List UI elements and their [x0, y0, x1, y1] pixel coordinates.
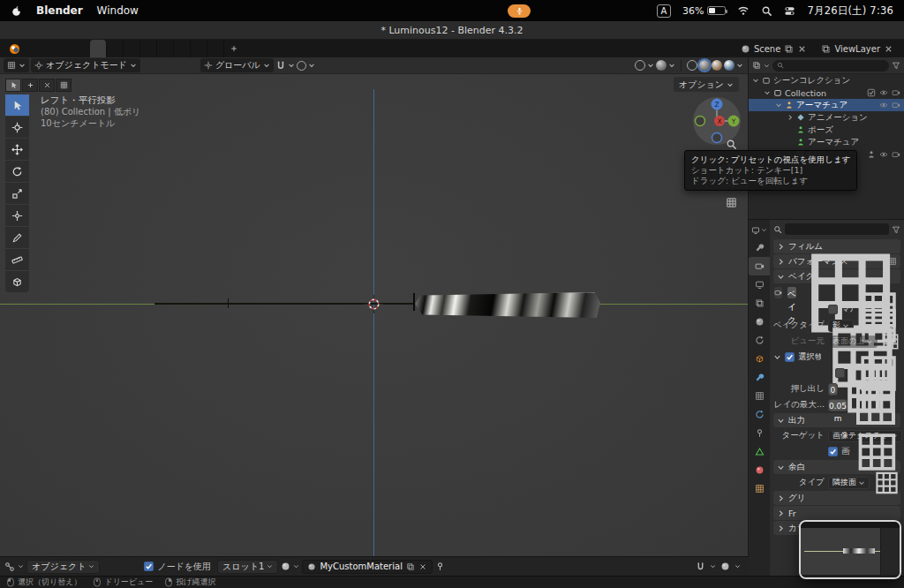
duplicate-material-icon[interactable] — [406, 562, 415, 571]
checkbox[interactable] — [828, 447, 838, 456]
properties-tab[interactable] — [749, 479, 770, 498]
expand-icon[interactable] — [787, 114, 794, 121]
editor-type-icon[interactable] — [752, 61, 761, 70]
action-button[interactable]: ベイク — [787, 286, 797, 299]
wifi-icon[interactable] — [737, 4, 750, 17]
menubar-status-icon[interactable] — [611, 5, 622, 17]
properties-tab[interactable] — [749, 238, 770, 257]
cam-icon[interactable] — [892, 88, 900, 97]
scene-selector[interactable]: Scene — [734, 40, 815, 57]
outliner-row[interactable]: アーマチュア — [749, 99, 904, 111]
workspace-tab[interactable] — [191, 40, 207, 57]
toolbar-tool[interactable] — [5, 161, 29, 182]
toolbar-tool[interactable] — [5, 205, 29, 226]
use-nodes-checkbox[interactable]: ノードを使用 — [140, 561, 215, 573]
toggle-ortho-icon[interactable] — [726, 197, 737, 208]
topbar-menu-item[interactable] — [72, 40, 85, 57]
topbar-menu-item[interactable] — [60, 40, 72, 57]
chevron-icon[interactable] — [777, 417, 785, 425]
outliner-row[interactable]: シーンコレクション — [749, 74, 904, 87]
properties-tab[interactable] — [749, 368, 770, 387]
shading-solid-button[interactable] — [699, 60, 710, 71]
chevron-icon[interactable] — [777, 494, 785, 502]
window-titlebar[interactable]: * Luminous12 - Blender 4.3.2 — [0, 21, 904, 40]
property-dropdown[interactable]: 表面の上 — [828, 335, 878, 348]
topbar-menu-item[interactable] — [23, 40, 35, 57]
menubar-status-icon[interactable] — [542, 5, 554, 17]
chevron-icon[interactable] — [777, 273, 785, 281]
properties-tab[interactable] — [749, 424, 770, 442]
menubar-menu-window[interactable]: Window — [97, 4, 139, 17]
chevron-down-icon[interactable] — [293, 563, 299, 569]
chevron-icon[interactable] — [773, 353, 781, 361]
outliner-row[interactable]: アーマチュア — [749, 136, 904, 148]
outliner-row[interactable]: Collection — [749, 87, 904, 99]
topbar-menu-item[interactable] — [35, 40, 48, 57]
editor-type-icon[interactable] — [4, 562, 15, 572]
property-dropdown[interactable]: 隣接面 — [828, 477, 870, 489]
editor-type-selector[interactable] — [749, 222, 770, 238]
zoom-icon[interactable] — [726, 139, 737, 150]
properties-tab[interactable] — [749, 461, 770, 479]
workspace-tab[interactable] — [207, 40, 224, 57]
property-value-field[interactable]: 0.05 m — [828, 399, 848, 411]
screen-recording-preview[interactable] — [799, 520, 901, 579]
toolbar-tool[interactable] — [5, 94, 29, 116]
cam-icon[interactable] — [892, 150, 900, 159]
workspace-tab[interactable] — [174, 40, 191, 57]
properties-tab[interactable] — [749, 275, 770, 294]
checkbox[interactable] — [785, 352, 795, 362]
input-source-indicator[interactable]: A — [657, 4, 671, 18]
spotlight-search-icon[interactable] — [761, 5, 772, 17]
properties-tab[interactable] — [749, 313, 770, 331]
expand-icon[interactable] — [764, 89, 771, 96]
properties-tab[interactable] — [749, 442, 770, 461]
chevron-down-icon[interactable] — [764, 63, 770, 69]
menubar-status-icon[interactable] — [565, 5, 576, 17]
cam-icon[interactable] — [892, 101, 900, 109]
shading-wireframe-button[interactable] — [687, 60, 697, 71]
blender-logo[interactable] — [5, 40, 23, 57]
workspace-tab[interactable] — [107, 40, 124, 57]
cbx-icon[interactable] — [867, 88, 876, 97]
mic-indicator[interactable] — [508, 4, 531, 18]
properties-tab[interactable] — [749, 257, 770, 275]
mode-dropdown[interactable]: オブジェクトモード — [31, 58, 140, 72]
gizmo-axis-y-neg[interactable] — [696, 117, 705, 126]
add-workspace-button[interactable] — [224, 40, 244, 57]
toolbar-tool[interactable] — [5, 139, 29, 160]
unlink-scene-icon[interactable] — [797, 44, 807, 54]
toolbar-tool[interactable] — [5, 227, 29, 248]
topbar-menu-item[interactable] — [48, 40, 60, 57]
browse-material-icon[interactable] — [281, 562, 290, 571]
transform-orientation-dropdown[interactable]: グローバル — [200, 58, 274, 72]
tool-options-dropdown[interactable]: オプション — [674, 77, 739, 92]
workspace-tab[interactable] — [124, 40, 140, 57]
eye-icon[interactable] — [879, 150, 888, 159]
outliner-row[interactable]: ポーズ — [749, 124, 904, 136]
bake-preset-icon[interactable] — [773, 286, 783, 299]
properties-tab[interactable] — [749, 331, 770, 350]
proportional-editing-toggle[interactable] — [297, 61, 306, 71]
snapping-magnet-icon[interactable] — [696, 562, 705, 571]
remove-viewlayer-icon[interactable] — [884, 44, 893, 54]
toolbar-tool[interactable] — [5, 117, 29, 138]
overlays-toggle[interactable] — [656, 60, 667, 71]
menubar-status-icon[interactable] — [634, 5, 645, 17]
editor-type-selector[interactable] — [4, 58, 29, 72]
chevron-down-icon[interactable] — [18, 563, 24, 569]
snapping-dropdown-icon[interactable] — [288, 62, 295, 69]
properties-tab[interactable] — [749, 405, 770, 424]
properties-row[interactable]: タイプ タイプ 隣接面 隣接面 — [773, 475, 900, 490]
gizmo-dropdown-icon[interactable] — [647, 62, 654, 69]
select-mode-new[interactable] — [5, 79, 21, 92]
expand-icon[interactable] — [752, 77, 759, 84]
shading-material-button[interactable] — [712, 60, 722, 71]
workspace-tab[interactable] — [90, 40, 107, 57]
expand-icon[interactable] — [775, 102, 782, 109]
new-scene-icon[interactable] — [784, 44, 794, 54]
chevron-down-icon[interactable] — [710, 563, 716, 569]
show-gizmo-toggle[interactable] — [635, 60, 645, 71]
snapping-magnet-icon[interactable] — [275, 60, 286, 71]
toolbar-tool[interactable] — [5, 183, 29, 204]
